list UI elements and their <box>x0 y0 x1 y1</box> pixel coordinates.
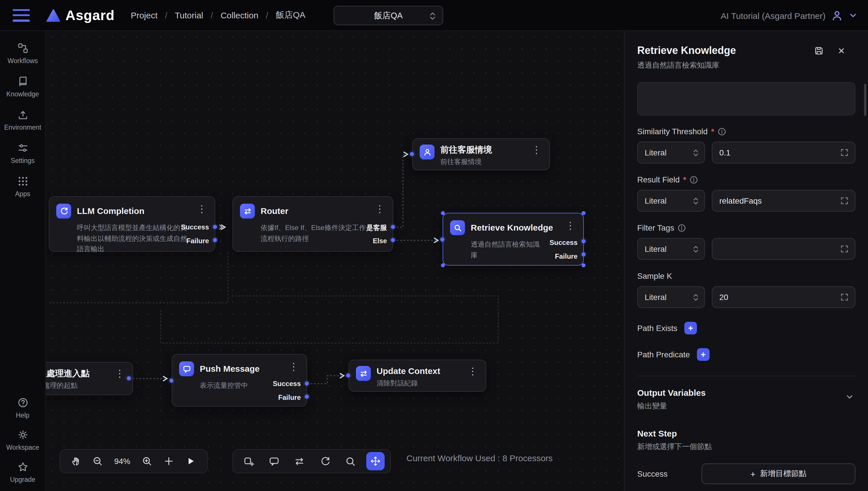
breadcrumb-collection[interactable]: Collection <box>220 10 258 20</box>
sample-k-input[interactable] <box>712 287 855 308</box>
port-dot[interactable] <box>169 379 173 383</box>
sidebar-item-workspace[interactable]: Workspace <box>0 429 45 451</box>
selection-handle[interactable] <box>441 211 445 215</box>
sidebar-item-settings[interactable]: Settings <box>0 142 45 164</box>
output-failure[interactable]: Failure <box>555 252 577 260</box>
kebab-menu-icon[interactable]: ⋮ <box>467 366 479 377</box>
zoom-in-tool[interactable] <box>137 452 157 471</box>
output-failure[interactable]: Failure <box>278 394 301 402</box>
expand-icon[interactable] <box>840 292 849 302</box>
breadcrumb-project[interactable]: Project <box>131 10 157 20</box>
add-node-icon[interactable] <box>239 452 258 471</box>
divider <box>637 376 856 376</box>
filter-tags-input[interactable] <box>712 239 855 259</box>
sidebar-label: Apps <box>15 191 30 197</box>
search-node-icon[interactable] <box>341 452 360 471</box>
help-icon <box>17 397 28 408</box>
node-title: LLM Completion <box>77 204 144 219</box>
save-icon[interactable] <box>814 46 824 56</box>
add-path-exists-button[interactable]: + <box>684 322 697 335</box>
sidebar-item-environment[interactable]: Environment <box>0 109 45 131</box>
parameter-textarea-partial[interactable] <box>637 82 856 115</box>
kebab-menu-icon[interactable]: ⋮ <box>196 204 208 215</box>
workflow-selector[interactable]: 飯店QA <box>333 6 443 25</box>
router-node-icon[interactable] <box>290 452 309 471</box>
add-tool[interactable] <box>159 452 179 471</box>
node-goto-customer-service[interactable]: 前往客服情境 前往客服情境 ⋮ <box>412 138 550 170</box>
output-success[interactable]: Success <box>181 223 209 231</box>
account-chevron-down-icon[interactable] <box>848 11 858 20</box>
add-target-node-success-button[interactable]: + 新增目標節點 <box>702 463 856 484</box>
node-router[interactable]: Router ⋮ 依據If、Else If、Else條件決定工作流程執行的路徑 … <box>233 196 393 252</box>
sidebar-item-help[interactable]: Help <box>0 397 45 419</box>
add-path-predicate-button[interactable]: + <box>697 348 710 361</box>
port-dot[interactable] <box>213 225 217 229</box>
port-dot[interactable] <box>581 252 586 256</box>
zoom-out-tool[interactable] <box>88 452 107 471</box>
output-success[interactable]: Success <box>550 239 577 247</box>
node-llm-completion[interactable]: LLM Completion ⋮ 呼叫大型語言模型並產生結構化的資料輸出以輔助流… <box>49 196 215 252</box>
mode-select[interactable]: Literal <box>637 190 705 212</box>
panel-scrollbar[interactable] <box>864 84 866 116</box>
node-push-message[interactable]: Push Message ⋮ 表示流量控管中 Success Failure <box>172 354 307 407</box>
output-else[interactable]: Else <box>373 237 387 245</box>
expand-icon[interactable] <box>840 148 849 157</box>
user-icon[interactable] <box>831 9 843 22</box>
output-success[interactable]: Success <box>273 380 301 388</box>
next-step-subtitle: 新增或選擇下一個節點 <box>637 442 856 452</box>
port-dot[interactable] <box>213 238 217 242</box>
sidebar-item-knowledge[interactable]: Knowledge <box>0 76 45 97</box>
info-icon[interactable] <box>690 175 698 184</box>
output-failure[interactable]: Failure <box>186 237 209 245</box>
kebab-menu-icon[interactable]: ⋮ <box>288 362 300 373</box>
asgard-logo-icon[interactable] <box>46 8 61 22</box>
run-workflow-button[interactable] <box>181 452 200 471</box>
selection-handle[interactable] <box>581 211 586 215</box>
mode-select[interactable]: Literal <box>637 286 705 308</box>
port-dot[interactable] <box>346 373 350 377</box>
move-tool-active[interactable] <box>366 452 385 470</box>
info-icon[interactable] <box>678 224 686 232</box>
node-update-context[interactable]: Update Context 清除對話紀錄 ⋮ <box>349 359 486 392</box>
zoom-level[interactable]: 94% <box>110 457 135 466</box>
similarity-threshold-input[interactable] <box>712 142 855 163</box>
sidebar-item-workflows[interactable]: Workflows <box>0 42 45 64</box>
pan-hand-tool[interactable] <box>66 452 85 471</box>
canvas-node-toolbar <box>233 449 391 473</box>
port-dot[interactable] <box>127 376 131 380</box>
port-dot[interactable] <box>391 238 395 242</box>
kebab-menu-icon[interactable]: ⋮ <box>531 145 543 156</box>
result-field-input[interactable] <box>712 191 855 211</box>
hamburger-menu-icon[interactable] <box>12 9 30 22</box>
message-node-icon[interactable] <box>264 452 284 471</box>
node-retrieve-knowledge[interactable]: Retrieve Knowledge ⋮ 透過自然語言檢索知識庫 Success… <box>443 213 584 266</box>
kebab-menu-icon[interactable]: ⋮ <box>114 368 126 380</box>
selection-handle[interactable] <box>441 263 445 267</box>
sidebar-item-upgrade[interactable]: Upgrade <box>0 461 45 483</box>
sidebar-item-apps[interactable]: Apps <box>0 175 45 197</box>
mode-select[interactable]: Literal <box>637 238 705 260</box>
path-predicate-row: Path Predicate + <box>637 348 856 361</box>
breadcrumb-current[interactable]: 飯店QA <box>276 10 305 21</box>
breadcrumb-tutorial[interactable]: Tutorial <box>175 10 203 20</box>
chevron-down-icon[interactable] <box>845 392 854 402</box>
output-is-cs[interactable]: 是客服 <box>366 223 387 233</box>
mode-select[interactable]: Literal <box>637 142 705 164</box>
workflow-canvas[interactable]: 錯誤處理進入點 錯誤處理的起點 ⋮ LLM Completion ⋮ 呼叫大型語… <box>46 31 624 491</box>
port-dot[interactable] <box>391 225 395 229</box>
output-variables-section[interactable]: Output Variables 輸出變量 <box>637 388 856 411</box>
port-dot[interactable] <box>440 237 444 241</box>
expand-icon[interactable] <box>840 196 849 205</box>
port-dot[interactable] <box>305 395 309 399</box>
selection-handle[interactable] <box>581 263 586 267</box>
node-entry-point[interactable]: 錯誤處理進入點 錯誤處理的起點 ⋮ <box>46 362 133 395</box>
port-dot[interactable] <box>410 152 414 156</box>
info-icon[interactable] <box>717 127 726 136</box>
expand-icon[interactable] <box>840 244 849 254</box>
close-icon[interactable]: ✕ <box>838 46 845 55</box>
kebab-menu-icon[interactable]: ⋮ <box>374 204 386 215</box>
kebab-menu-icon[interactable]: ⋮ <box>564 220 576 232</box>
llm-node-icon[interactable] <box>315 452 335 471</box>
port-dot[interactable] <box>581 239 586 243</box>
port-dot[interactable] <box>305 381 309 385</box>
